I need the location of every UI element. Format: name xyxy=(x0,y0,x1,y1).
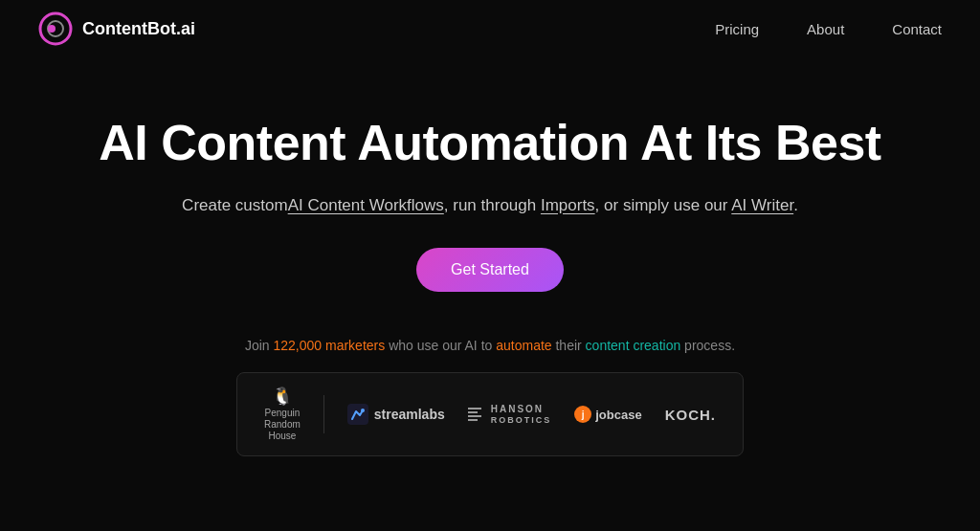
hanson-text: HANSON ROBOTICS xyxy=(491,403,552,427)
subtitle-link-imports[interactable]: Imports xyxy=(541,196,595,214)
hero-section: AI Content Automation At Its Best Create… xyxy=(0,57,980,456)
sp-suffix: process. xyxy=(680,338,735,353)
hero-title: AI Content Automation At Its Best xyxy=(99,115,880,172)
nav-about[interactable]: About xyxy=(807,21,844,37)
subtitle-prefix: Create custom xyxy=(182,196,288,214)
sp-highlight1: 122,000 marketers xyxy=(274,338,386,353)
sp-prefix: Join xyxy=(245,338,274,353)
subtitle-link-workflows[interactable]: AI Content Workflows xyxy=(288,196,444,214)
nav-pricing[interactable]: Pricing xyxy=(715,21,759,37)
svg-point-4 xyxy=(361,409,365,412)
sp-highlight3: content creation xyxy=(586,338,681,353)
partner-logos: 🐧 Penguin Random House streamlabs xyxy=(236,372,744,456)
streamlabs-label: streamlabs xyxy=(374,407,445,422)
jobcase-icon: j xyxy=(574,406,591,423)
koch-logo: KOCH. xyxy=(665,407,716,423)
koch-label: KOCH. xyxy=(665,407,716,423)
hanson-logo: HANSON ROBOTICS xyxy=(468,403,552,427)
jobcase-label: jobcase xyxy=(595,408,641,422)
streamlabs-logo: streamlabs xyxy=(347,404,445,425)
brand-name: ContentBot.ai xyxy=(82,19,195,39)
svg-point-2 xyxy=(48,25,56,33)
social-proof-text: Join 122,000 marketers who use our AI to… xyxy=(245,338,735,353)
jobcase-logo: j jobcase xyxy=(574,406,641,423)
sp-highlight2: automate xyxy=(496,338,551,353)
subtitle-link-writer[interactable]: AI Writer xyxy=(731,196,793,214)
get-started-button[interactable]: Get Started xyxy=(416,248,564,292)
subtitle-suffix1: , or simply use our xyxy=(595,196,732,214)
subtitle-suffix2: . xyxy=(793,196,798,214)
streamlabs-icon xyxy=(347,404,368,425)
navbar: ContentBot.ai Pricing About Contact xyxy=(0,0,980,57)
social-proof-section: Join 122,000 marketers who use our AI to… xyxy=(236,338,744,456)
nav-links: Pricing About Contact xyxy=(715,21,942,37)
hanson-lines-icon xyxy=(468,408,481,421)
logo-area[interactable]: ContentBot.ai xyxy=(38,11,195,46)
logo-divider-1 xyxy=(323,395,324,433)
subtitle-mid: , run through xyxy=(444,196,541,214)
logo-icon xyxy=(38,11,73,46)
hero-subtitle: Create customAI Content Workflows, run t… xyxy=(182,193,798,218)
sp-mid2: their xyxy=(552,338,586,353)
penguin-logo: 🐧 Penguin Random House xyxy=(264,387,301,442)
sp-mid1: who use our AI to xyxy=(385,338,496,353)
nav-contact[interactable]: Contact xyxy=(892,21,942,37)
